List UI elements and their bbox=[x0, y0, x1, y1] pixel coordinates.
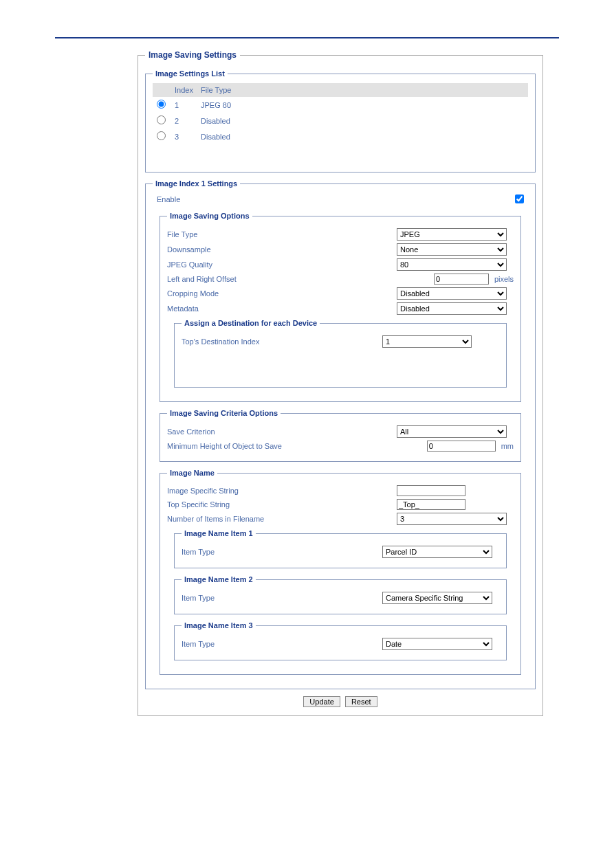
assign-destination-fieldset: Assign a Destination for each Device Top… bbox=[174, 319, 507, 388]
metadata-label: Metadata bbox=[167, 304, 397, 313]
save-criterion-select[interactable]: All bbox=[397, 425, 507, 438]
item2-legend: Image Name Item 2 bbox=[182, 575, 256, 583]
image-specific-label: Image Specific String bbox=[167, 487, 397, 495]
top-specific-label: Top Specific String bbox=[167, 500, 397, 509]
assign-destination-legend: Assign a Destination for each Device bbox=[182, 319, 320, 327]
cropping-label: Cropping Mode bbox=[167, 289, 397, 298]
image-name-item3-fieldset: Image Name Item 3 Item Type Date bbox=[174, 621, 507, 660]
list-radio-2[interactable] bbox=[157, 115, 166, 124]
save-criterion-label: Save Criterion bbox=[167, 427, 397, 436]
list-radio-3[interactable] bbox=[157, 131, 166, 140]
dest-index-label: Top's Destination Index bbox=[182, 337, 382, 346]
list-index-3: 3 bbox=[175, 133, 194, 141]
image-name-fieldset: Image Name Image Specific String Top Spe… bbox=[160, 469, 521, 675]
image-saving-settings-panel: Image Saving Settings Image Settings Lis… bbox=[138, 55, 543, 716]
image-saving-options-legend: Image Saving Options bbox=[167, 212, 252, 220]
enable-checkbox[interactable] bbox=[515, 194, 524, 203]
jpeg-quality-label: JPEG Quality bbox=[167, 260, 397, 269]
item2-type-label: Item Type bbox=[182, 594, 382, 602]
jpeg-quality-select[interactable]: 80 bbox=[397, 258, 507, 271]
header-index: Index bbox=[175, 86, 194, 94]
list-filetype-3: Disabled bbox=[201, 133, 524, 141]
panel-title: Image Saving Settings bbox=[145, 50, 240, 60]
list-row[interactable]: 2 Disabled bbox=[153, 113, 528, 129]
min-height-input[interactable] bbox=[427, 441, 496, 452]
enable-label: Enable bbox=[157, 195, 180, 203]
image-name-legend: Image Name bbox=[167, 469, 217, 477]
item1-type-label: Item Type bbox=[182, 548, 382, 556]
image-saving-options-fieldset: Image Saving Options File Type JPEG Down… bbox=[160, 212, 521, 402]
offset-label: Left and Right Offset bbox=[167, 275, 376, 283]
offset-unit: pixels bbox=[494, 275, 514, 283]
top-specific-input[interactable] bbox=[397, 499, 465, 510]
item2-type-select[interactable]: Camera Specific String bbox=[382, 592, 492, 604]
num-items-select[interactable]: 3 bbox=[397, 513, 507, 525]
item3-legend: Image Name Item 3 bbox=[182, 621, 256, 630]
list-row[interactable]: 1 JPEG 80 bbox=[153, 97, 528, 113]
list-index-2: 2 bbox=[175, 117, 194, 125]
file-type-label: File Type bbox=[167, 230, 397, 238]
image-index-1-legend: Image Index 1 Settings bbox=[153, 179, 240, 188]
image-settings-list-legend: Image Settings List bbox=[153, 69, 228, 78]
item3-type-label: Item Type bbox=[182, 640, 382, 648]
list-row[interactable]: 3 Disabled bbox=[153, 129, 528, 144]
offset-input[interactable] bbox=[434, 274, 489, 285]
item1-legend: Image Name Item 1 bbox=[182, 529, 256, 537]
min-height-unit: mm bbox=[501, 442, 514, 450]
reset-button[interactable]: Reset bbox=[345, 696, 377, 707]
item3-type-select[interactable]: Date bbox=[382, 638, 492, 650]
update-button[interactable]: Update bbox=[303, 696, 340, 707]
file-type-select[interactable]: JPEG bbox=[397, 228, 507, 241]
header-filetype: File Type bbox=[201, 86, 524, 94]
list-radio-1[interactable] bbox=[157, 100, 166, 109]
image-index-1-fieldset: Image Index 1 Settings Enable Image Savi… bbox=[145, 179, 536, 689]
top-divider bbox=[55, 37, 559, 38]
dest-index-select[interactable]: 1 bbox=[382, 335, 472, 348]
downsample-label: Downsample bbox=[167, 245, 397, 254]
image-specific-input[interactable] bbox=[397, 485, 465, 496]
image-name-item1-fieldset: Image Name Item 1 Item Type Parcel ID bbox=[174, 529, 507, 568]
min-height-label: Minimum Height of Object to Save bbox=[167, 442, 376, 450]
list-filetype-2: Disabled bbox=[201, 117, 524, 125]
num-items-label: Number of Items in Filename bbox=[167, 515, 397, 523]
downsample-select[interactable]: None bbox=[397, 243, 507, 256]
item1-type-select[interactable]: Parcel ID bbox=[382, 546, 492, 558]
image-name-item2-fieldset: Image Name Item 2 Item Type Camera Speci… bbox=[174, 575, 507, 614]
criteria-fieldset: Image Saving Criteria Options Save Crite… bbox=[160, 409, 521, 462]
cropping-select[interactable]: Disabled bbox=[397, 287, 507, 300]
list-header: Index File Type bbox=[153, 83, 528, 97]
list-filetype-1: JPEG 80 bbox=[201, 101, 524, 109]
criteria-legend: Image Saving Criteria Options bbox=[167, 409, 281, 417]
image-settings-list-fieldset: Image Settings List Index File Type 1 JP… bbox=[145, 69, 536, 173]
metadata-select[interactable]: Disabled bbox=[397, 302, 507, 315]
list-index-1: 1 bbox=[175, 101, 194, 109]
